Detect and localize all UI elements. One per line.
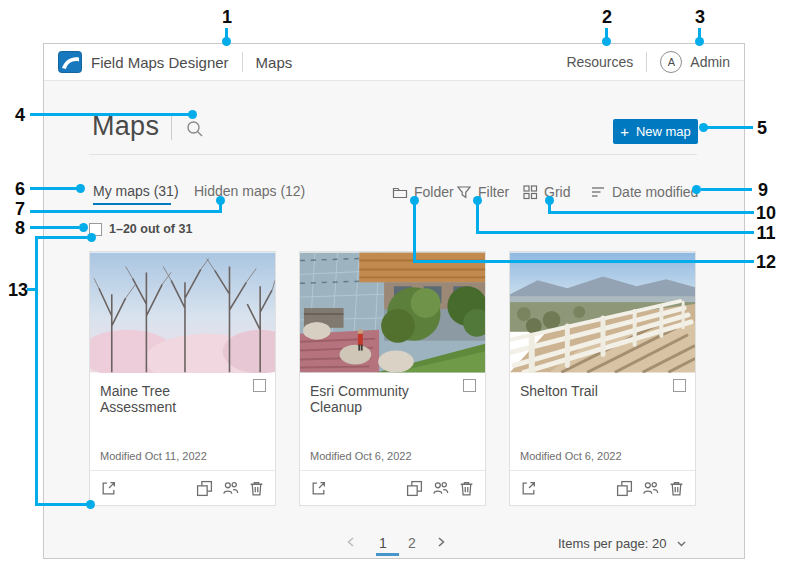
callout-line-7 — [30, 210, 222, 213]
map-thumbnail-trees — [90, 252, 275, 373]
callout-dot-13-bottom — [86, 500, 95, 509]
duplicate-icon[interactable] — [616, 480, 633, 497]
callout-line-13-bottom — [35, 503, 89, 506]
pagination: 1 2 — [344, 534, 451, 551]
app-header: Field Maps Designer Maps Resources A Adm… — [44, 44, 744, 81]
callout-label-10: 10 — [756, 203, 776, 224]
nav-resources[interactable]: Resources — [566, 54, 633, 70]
filter-button[interactable]: Filter — [456, 184, 509, 200]
header-divider-2 — [646, 52, 647, 72]
map-card-maine-tree-assessment[interactable]: Maine Tree Assessment Modified Oct 11, 2… — [89, 251, 276, 506]
nav-maps[interactable]: Maps — [256, 54, 293, 71]
header-divider — [242, 52, 243, 72]
callout-line-10 — [550, 211, 754, 214]
account-menu[interactable]: Admin — [690, 54, 730, 70]
card-actions — [90, 471, 275, 505]
folder-icon — [392, 184, 408, 200]
open-map-icon[interactable] — [100, 480, 117, 497]
avatar[interactable]: A — [660, 51, 682, 73]
duplicate-icon[interactable] — [406, 480, 423, 497]
callout-label-9: 9 — [758, 180, 768, 201]
items-per-page-dropdown[interactable]: Items per page: 20 — [558, 536, 688, 551]
callout-line-6 — [30, 187, 77, 190]
callout-label-7: 7 — [15, 199, 25, 220]
app-window: Field Maps Designer Maps Resources A Adm… — [43, 43, 745, 559]
page-1[interactable]: 1 — [376, 535, 390, 551]
callout-line-13-top — [35, 236, 89, 239]
callout-line-12 — [415, 260, 754, 263]
callout-dot-13-top — [87, 233, 96, 242]
esri-logo-icon — [58, 51, 82, 73]
card-checkbox[interactable] — [463, 379, 476, 392]
callout-label-12: 12 — [756, 252, 776, 273]
duplicate-icon[interactable] — [196, 480, 213, 497]
chevron-down-icon — [675, 537, 688, 550]
sort-button[interactable]: Date modified — [590, 184, 698, 200]
share-group-icon[interactable] — [642, 480, 659, 497]
card-title: Maine Tree Assessment — [100, 383, 240, 415]
map-card-shelton-trail[interactable]: Shelton Trail Modified Oct 6, 2022 — [509, 251, 696, 506]
folder-button[interactable]: Folder — [392, 184, 454, 200]
map-thumbnail-building — [300, 252, 485, 373]
callout-label-2: 2 — [602, 7, 612, 28]
callout-dot-1 — [222, 37, 231, 46]
selection-count-label: 1–20 out of 31 — [109, 222, 192, 236]
callout-label-6: 6 — [15, 179, 25, 200]
open-map-icon[interactable] — [520, 480, 537, 497]
next-page-icon[interactable] — [434, 534, 451, 551]
sort-icon — [590, 184, 606, 200]
callout-line-8 — [30, 226, 79, 229]
callout-label-4: 4 — [15, 105, 25, 126]
tab-hidden-maps[interactable]: Hidden maps (12) — [194, 183, 305, 199]
callout-dot-4 — [188, 110, 197, 119]
card-checkbox[interactable] — [253, 379, 266, 392]
callout-dot-10 — [545, 196, 554, 205]
card-modified-date: Modified Oct 6, 2022 — [520, 450, 622, 462]
previous-page-icon[interactable] — [344, 534, 361, 551]
callout-line-13-vertical — [35, 236, 38, 506]
callout-dot-8 — [79, 223, 88, 232]
callout-label-1: 1 — [222, 7, 232, 28]
card-checkbox[interactable] — [673, 379, 686, 392]
app-title: Field Maps Designer — [91, 54, 229, 71]
open-map-icon[interactable] — [310, 480, 327, 497]
callout-dot-9 — [692, 185, 701, 194]
callout-label-11: 11 — [756, 223, 775, 244]
screenshot-root: Field Maps Designer Maps Resources A Adm… — [0, 0, 804, 562]
callout-dot-7 — [216, 196, 225, 205]
delete-icon[interactable] — [458, 480, 475, 497]
map-card-esri-community-cleanup[interactable]: Esri Community Cleanup Modified Oct 6, 2… — [299, 251, 486, 506]
callout-label-3: 3 — [695, 7, 705, 28]
card-actions — [300, 471, 485, 505]
title-rule — [89, 154, 697, 155]
callout-line-12b — [413, 202, 416, 263]
share-group-icon[interactable] — [222, 480, 239, 497]
card-title: Esri Community Cleanup — [310, 383, 450, 415]
current-page-underline — [376, 553, 399, 556]
callout-line-11b — [476, 202, 479, 234]
title-divider — [171, 116, 172, 140]
callout-label-5: 5 — [757, 118, 767, 139]
callout-dot-11 — [473, 196, 482, 205]
card-title: Shelton Trail — [520, 383, 660, 399]
card-actions — [510, 471, 695, 505]
filter-icon — [456, 184, 472, 200]
select-all-row: 1–20 out of 31 — [89, 222, 192, 236]
callout-dot-3 — [695, 37, 704, 46]
grid-icon — [522, 184, 538, 200]
page-2[interactable]: 2 — [405, 535, 419, 551]
callout-dot-5 — [699, 123, 708, 132]
share-group-icon[interactable] — [432, 480, 449, 497]
plus-icon: + — [620, 124, 629, 139]
tab-my-maps[interactable]: My maps (31) — [93, 183, 179, 199]
delete-icon[interactable] — [668, 480, 685, 497]
new-map-button[interactable]: + New map — [613, 119, 698, 144]
active-tab-underline — [93, 203, 171, 205]
search-icon[interactable] — [185, 119, 205, 139]
callout-label-13: 13 — [8, 280, 28, 301]
card-modified-date: Modified Oct 6, 2022 — [310, 450, 412, 462]
callout-line-11 — [478, 231, 754, 234]
callout-dot-6 — [76, 184, 85, 193]
callout-line-9 — [701, 188, 752, 191]
delete-icon[interactable] — [248, 480, 265, 497]
